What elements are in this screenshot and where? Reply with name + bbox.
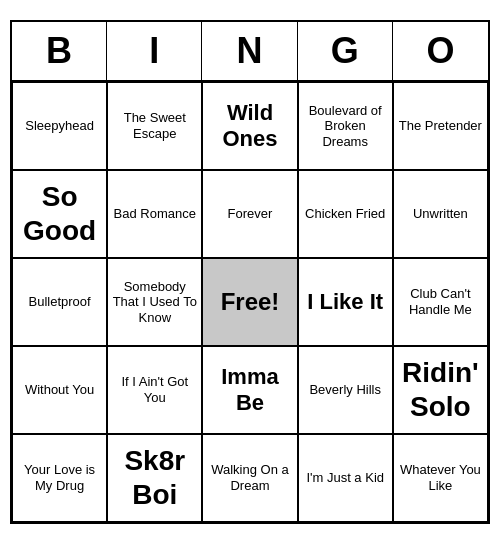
bingo-cell-11: Somebody That I Used To Know: [107, 258, 202, 346]
bingo-cell-6: Bad Romance: [107, 170, 202, 258]
bingo-cell-9: Unwritten: [393, 170, 488, 258]
bingo-cell-15: Without You: [12, 346, 107, 434]
bingo-card: BINGO SleepyheadThe Sweet EscapeWild One…: [10, 20, 490, 524]
bingo-cell-12: Free!: [202, 258, 297, 346]
bingo-cell-5: So Good: [12, 170, 107, 258]
bingo-cell-22: Walking On a Dream: [202, 434, 297, 522]
bingo-cell-10: Bulletproof: [12, 258, 107, 346]
bingo-cell-8: Chicken Fried: [298, 170, 393, 258]
bingo-cell-0: Sleepyhead: [12, 82, 107, 170]
bingo-cell-7: Forever: [202, 170, 297, 258]
bingo-grid: SleepyheadThe Sweet EscapeWild OnesBoule…: [12, 82, 488, 522]
bingo-cell-20: Your Love is My Drug: [12, 434, 107, 522]
bingo-cell-19: Ridin' Solo: [393, 346, 488, 434]
bingo-cell-17: Imma Be: [202, 346, 297, 434]
bingo-cell-21: Sk8r Boi: [107, 434, 202, 522]
bingo-letter-n: N: [202, 22, 297, 80]
bingo-cell-4: The Pretender: [393, 82, 488, 170]
bingo-cell-14: Club Can't Handle Me: [393, 258, 488, 346]
bingo-letter-i: I: [107, 22, 202, 80]
bingo-cell-3: Boulevard of Broken Dreams: [298, 82, 393, 170]
bingo-letter-o: O: [393, 22, 488, 80]
bingo-cell-18: Beverly Hills: [298, 346, 393, 434]
bingo-cell-23: I'm Just a Kid: [298, 434, 393, 522]
bingo-letter-b: B: [12, 22, 107, 80]
bingo-cell-1: The Sweet Escape: [107, 82, 202, 170]
bingo-cell-24: Whatever You Like: [393, 434, 488, 522]
bingo-letter-g: G: [298, 22, 393, 80]
bingo-cell-13: I Like It: [298, 258, 393, 346]
bingo-header: BINGO: [12, 22, 488, 82]
bingo-cell-16: If I Ain't Got You: [107, 346, 202, 434]
bingo-cell-2: Wild Ones: [202, 82, 297, 170]
